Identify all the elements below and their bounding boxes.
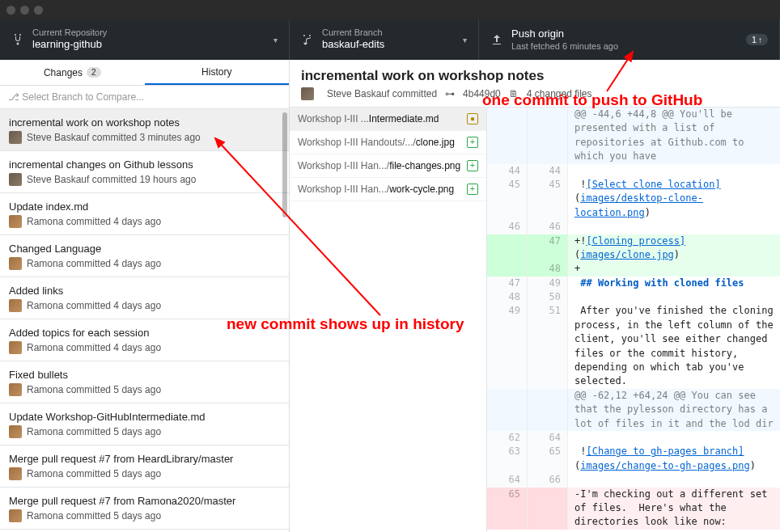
file-list-item[interactable]: Workshop I-III ...Intermediate.md●	[290, 108, 486, 131]
commit-list-item[interactable]: Update index.mdRamona committed 4 days a…	[0, 193, 289, 235]
chevron-down-icon: ▾	[463, 36, 467, 44]
changed-files-count: 4 changed files	[527, 88, 592, 99]
avatar	[301, 87, 314, 100]
diff-line: 4646	[487, 220, 780, 234]
commit-title: incremental work on workshop notes	[301, 68, 769, 84]
push-button[interactable]: Push origin Last fetched 6 minutes ago 1	[479, 19, 780, 60]
diff-line: 48+	[487, 262, 780, 276]
file-path: Workshop I-III ...Intermediate.md	[298, 113, 439, 125]
diff-line: @@ -62,12 +64,24 @@ You can see that the…	[487, 389, 780, 431]
commit-list-item[interactable]: incremental work on workshop notesSteve …	[0, 109, 289, 151]
file-path: Workshop I-III Handouts/.../clone.jpg	[298, 137, 455, 148]
push-status: Last fetched 6 minutes ago	[511, 41, 731, 52]
avatar	[9, 383, 22, 396]
commit-detail-panel: incremental work on workshop notes Steve…	[290, 60, 780, 532]
commit-item-title: Merge pull request #7 from HeardLibrary/…	[9, 453, 280, 465]
avatar	[9, 173, 22, 186]
commit-list-item[interactable]: Merge pull request #7 from HeardLibrary/…	[0, 445, 289, 488]
file-icon: 🗎	[509, 88, 519, 99]
diff-line: 4749 ## Working with cloned files	[487, 277, 780, 290]
commit-list-item[interactable]: Changed LanguageRamona committed 4 days …	[0, 235, 289, 277]
commit-item-title: incremental work on workshop notes	[9, 116, 280, 129]
added-icon: +	[467, 137, 478, 148]
branch-compare-placeholder: Select Branch to Compare...	[22, 91, 144, 103]
chevron-down-icon: ▾	[273, 36, 278, 44]
window-titlebar	[0, 0, 780, 19]
traffic-light-max[interactable]	[34, 6, 43, 15]
branch-compare-select[interactable]: ⎇ Select Branch to Compare...	[0, 86, 289, 109]
traffic-light-min[interactable]	[20, 6, 29, 15]
scrollbar[interactable]	[282, 112, 287, 217]
commit-item-title: Added topics for each session	[9, 327, 280, 339]
tab-history-label: History	[201, 66, 231, 78]
commit-item-meta: Steve Baskauf committed 19 hours ago	[9, 173, 280, 186]
commit-list-item[interactable]: Fixed bulletsRamona committed 5 days ago	[0, 361, 289, 403]
history-list[interactable]: incremental work on workshop notesSteve …	[0, 109, 289, 532]
avatar	[9, 131, 22, 144]
avatar	[9, 425, 22, 438]
sidebar: Changes 2 History ⎇ Select Branch to Com…	[0, 60, 290, 532]
app-toolbar: Current Repository learning-github ▾ Cur…	[0, 19, 780, 60]
tab-history[interactable]: History	[145, 60, 290, 85]
commit-item-title: Added links	[9, 285, 280, 297]
commit-item-meta: Steve Baskauf committed 3 minutes ago	[9, 131, 280, 144]
changes-badge: 2	[87, 67, 101, 78]
push-label: Push origin	[511, 27, 731, 41]
avatar	[9, 299, 22, 312]
repo-label: Current Repository	[32, 27, 267, 38]
branch-icon	[301, 33, 314, 46]
diff-line: 6466	[487, 473, 780, 487]
commit-list-item[interactable]: Added linksRamona committed 4 days ago	[0, 277, 289, 319]
modified-icon: ●	[467, 113, 478, 125]
diff-line: @@ -44,6 +44,8 @@ You'll be presented wi…	[487, 108, 780, 164]
avatar	[9, 341, 22, 354]
diff-line: 6264	[487, 431, 780, 445]
commit-list-item[interactable]: Update Workshop-GitHubIntermediate.mdRam…	[0, 403, 289, 445]
commit-item-title: Fixed bullets	[9, 369, 280, 381]
branch-value: baskauf-edits	[322, 38, 456, 52]
commit-item-meta: Ramona committed 5 days ago	[9, 425, 280, 438]
commit-header: incremental work on workshop notes Steve…	[290, 60, 780, 108]
branch-label: Current Branch	[322, 27, 456, 38]
commit-item-title: Changed Language	[9, 243, 280, 255]
file-list-item[interactable]: Workshop I-III Han.../work-cycle.png+	[290, 178, 486, 201]
tab-changes[interactable]: Changes 2	[0, 60, 145, 85]
commit-sha[interactable]: 4b449d0	[463, 88, 501, 99]
repo-icon	[11, 33, 24, 46]
file-path: Workshop I-III Han.../work-cycle.png	[298, 184, 454, 195]
avatar	[9, 467, 22, 480]
diff-line: 4545 ![Select clone location](images/des…	[487, 178, 780, 220]
commit-item-meta: Ramona committed 4 days ago	[9, 299, 280, 312]
commit-item-title: Update Workshop-GitHubIntermediate.md	[9, 411, 280, 423]
commit-item-title: incremental changes on Github lessons	[9, 158, 280, 171]
repo-value: learning-github	[32, 38, 267, 52]
svg-point-0	[17, 43, 19, 45]
diff-line: 4850	[487, 290, 780, 304]
diff-line: 6365 ![Change to gh-pages branch](images…	[487, 445, 780, 473]
commit-item-meta: Ramona committed 4 days ago	[9, 215, 280, 228]
diff-view[interactable]: @@ -44,6 +44,8 @@ You'll be presented wi…	[487, 108, 780, 532]
branch-selector[interactable]: Current Branch baskauf-edits ▾	[290, 19, 479, 60]
commit-item-title: Update index.md	[9, 201, 280, 213]
added-icon: +	[467, 184, 478, 195]
tab-changes-label: Changes	[44, 67, 83, 78]
changed-files-list[interactable]: Workshop I-III ...Intermediate.md●Worksh…	[290, 108, 487, 532]
commit-list-item[interactable]: Added topics for each sessionRamona comm…	[0, 319, 289, 361]
avatar	[9, 257, 22, 270]
file-path: Workshop I-III Han.../file-changes.png	[298, 160, 460, 171]
repo-selector[interactable]: Current Repository learning-github ▾	[0, 19, 290, 60]
sidebar-tabs: Changes 2 History	[0, 60, 289, 86]
commit-list-item[interactable]: incremental changes on Github lessonsSte…	[0, 151, 289, 193]
push-icon	[490, 33, 503, 46]
traffic-light-close[interactable]	[6, 6, 15, 15]
avatar	[9, 215, 22, 228]
file-list-item[interactable]: Workshop I-III Han.../file-changes.png+	[290, 154, 486, 178]
diff-line: 47+![Cloning process](images/clone.jpg)	[487, 234, 780, 263]
commit-item-meta: Ramona committed 5 days ago	[9, 467, 280, 480]
commit-list-item[interactable]: Merge pull request #7 from Ramona2020/ma…	[0, 488, 289, 530]
sha-icon: ⊶	[445, 88, 455, 99]
added-icon: +	[467, 160, 478, 171]
file-list-item[interactable]: Workshop I-III Handouts/.../clone.jpg+	[290, 131, 486, 154]
avatar	[9, 509, 22, 522]
commit-item-meta: Ramona committed 4 days ago	[9, 341, 280, 354]
